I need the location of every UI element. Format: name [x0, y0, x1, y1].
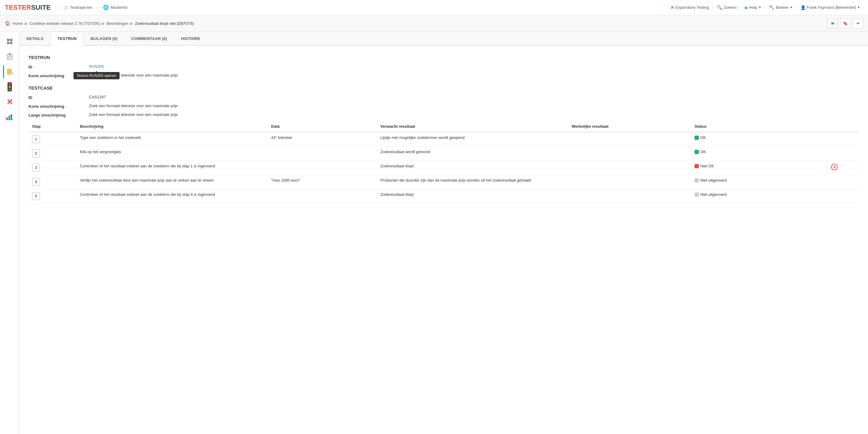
testrun-title: TESTRUN — [28, 55, 859, 60]
breadcrumb-email-btn[interactable]: ✉ — [828, 18, 838, 28]
testcase-title: TESTCASE — [28, 85, 859, 91]
warning-nav-icon: ⚠ — [64, 4, 68, 10]
tab-historie[interactable]: HISTORIE — [174, 32, 207, 45]
tab-bijlagen[interactable]: BIJLAGEN (0) — [84, 32, 124, 45]
status-badge: Niet OK — [694, 164, 714, 168]
sidebar-item-clipboard[interactable] — [3, 50, 17, 63]
testrun-korte-omschrijving-row: Korte omschrijving Zoek een formaat tele… — [28, 73, 859, 78]
cell-stap: 5 — [28, 189, 76, 204]
breadcrumb-bookmark-btn[interactable]: 🔖 — [840, 18, 850, 28]
testcase-id-label: ID — [28, 95, 89, 100]
status-text: OK — [700, 150, 706, 154]
sidebar-item-traffic[interactable] — [3, 80, 17, 94]
svg-point-16 — [8, 86, 11, 88]
tab-testrun[interactable]: TESTRUN — [51, 32, 84, 46]
tab-commentaar[interactable]: COMMENTAAR (0) — [124, 32, 174, 45]
cell-werkelijk — [568, 132, 691, 147]
x-nav-icon: ✕ — [670, 5, 674, 10]
svg-rect-18 — [6, 117, 8, 120]
nav-user[interactable]: 👤 Frank Paymans [Beheerder] ▼ — [798, 5, 863, 10]
cell-beschrijving: Verfijn het zoekresultaat door een maxim… — [76, 175, 268, 189]
svg-rect-3 — [10, 42, 12, 44]
sidebar-item-grid[interactable] — [3, 35, 17, 48]
cell-werkelijk — [568, 189, 691, 204]
status-text: OK — [700, 135, 706, 140]
home-icon: 🏠 — [5, 21, 10, 26]
breadcrumb-section[interactable]: Bevindingen — [106, 21, 128, 26]
table-row: 1 Type een zoekterm in het zoekveld 43" … — [28, 132, 859, 147]
cell-status: Niet uitgevoerd — [691, 189, 828, 204]
nav-zoeken[interactable]: 🔍 Zoeken — [714, 5, 740, 10]
step-number: 2 — [32, 150, 40, 157]
step-number: 4 — [32, 178, 40, 186]
breadcrumb-user-remove-btn[interactable]: ✂ — [853, 18, 863, 28]
breadcrumb-current: Zoekresultaat klopt niet (DEF375) — [135, 21, 194, 26]
help-label: Help — [749, 5, 757, 10]
testcase-lange-label: Lange omschrijving — [28, 112, 89, 117]
col-header-werkelijk: Werkelijke resultaat — [568, 121, 691, 132]
cell-verwacht: Zoekresultaat klopt — [377, 189, 568, 204]
sidebar-item-notes[interactable] — [3, 65, 17, 79]
masterlist-label: Masterlist — [111, 5, 128, 10]
breadcrumb-project[interactable]: Coolblue website release 2.78 (TST305) — [30, 21, 100, 26]
row-action-cell-empty — [828, 189, 859, 204]
status-text: Niet OK — [700, 164, 714, 168]
help-chevron-icon: ▼ — [758, 6, 762, 9]
cell-beschrijving: Controleer of het resultaat voldoet aan … — [76, 161, 268, 175]
status-badge: Niet uitgevoerd — [694, 192, 727, 197]
globe-nav-icon: 🌐 — [103, 4, 109, 10]
testcase-id-row: ID CAS1297 — [28, 95, 859, 100]
cell-verwacht: Zoekresultaat klopt — [377, 161, 568, 175]
cell-status: OK — [691, 147, 828, 161]
beheer-chevron-icon: ▼ — [790, 6, 793, 9]
status-badge: OK — [694, 150, 706, 154]
testrun-id-tooltip-container: RUN305 Testrun RUN305 openen — [89, 64, 104, 69]
nav-masterlist[interactable]: 🌐 Masterlist — [100, 4, 130, 10]
cell-stap: 4 — [28, 175, 76, 189]
step-number: 5 — [32, 192, 40, 200]
top-nav: TESTERSUITE | ⚠ Testtrajecten | 🌐 Master… — [0, 0, 868, 15]
testrun-id-link[interactable]: RUN305 — [89, 64, 104, 69]
row-action-cell-empty — [828, 175, 859, 189]
breadcrumb-sep2: ▶ — [102, 21, 105, 26]
exploratory-testing-label: Exploratory Testing — [676, 5, 709, 10]
user-chevron-icon: ▼ — [857, 6, 860, 9]
cell-data — [268, 161, 377, 175]
breadcrumb-bar: 🏠 Home ▶ Coolblue website release 2.78 (… — [0, 15, 868, 32]
svg-point-17 — [8, 88, 11, 91]
svg-rect-0 — [7, 39, 9, 41]
row-action-btn[interactable]: ✕ — [831, 164, 838, 170]
table-row: 5 Controleer of het resultaat voldoet aa… — [28, 189, 859, 204]
traffic-light-icon — [7, 82, 12, 92]
testcase-lange-row: Lange omschrijving Zoek een formaat tele… — [28, 112, 859, 117]
sidebar-item-x-red[interactable]: ✕ — [3, 95, 17, 108]
logo-tester: TESTER — [5, 4, 31, 11]
tab-details[interactable]: DETAILS — [19, 32, 51, 45]
step-number: 3 — [32, 164, 40, 172]
cell-stap: 3 — [28, 161, 76, 175]
content-area: DETAILS TESTRUN BIJLAGEN (0) COMMENTAAR … — [19, 32, 868, 434]
notes-icon — [7, 68, 13, 75]
testcase-korte-label: Korte omschrijving — [28, 103, 89, 108]
clipboard-icon — [7, 53, 13, 60]
logo-suite: SUITE — [31, 4, 51, 11]
user-nav-icon: 👤 — [801, 5, 806, 10]
status-dot — [694, 150, 699, 154]
testrun-id-row: ID RUN305 Testrun RUN305 openen — [28, 64, 859, 69]
nav-testtrajecten[interactable]: ⚠ Testtrajecten — [61, 4, 95, 10]
cell-beschrijving: Type een zoekterm in het zoekveld — [76, 132, 268, 147]
col-header-data: Data — [268, 121, 377, 132]
user-label: Frank Paymans [Beheerder] — [807, 5, 856, 10]
status-dot — [694, 192, 699, 197]
nav-help[interactable]: ◈ Help ▼ — [741, 5, 765, 10]
cell-beschrijving: Controleer of het resultaat voldoet aan … — [76, 189, 268, 204]
cell-verwacht: Lijstje met mogelijke zoektermen wordt g… — [377, 132, 568, 147]
cell-verwacht: Zoekresultaat wordt getoond — [377, 147, 568, 161]
sidebar-item-chart[interactable] — [3, 111, 17, 124]
logo[interactable]: TESTERSUITE — [5, 4, 51, 11]
nav-exploratory-testing[interactable]: ✕ Exploratory Testing — [668, 5, 712, 10]
nav-beheer[interactable]: 🔧 Beheer ▼ — [766, 5, 796, 10]
breadcrumb-home[interactable]: Home — [12, 21, 23, 26]
breadcrumb-sep3: ▶ — [130, 21, 133, 26]
cell-status: OK — [691, 132, 828, 147]
